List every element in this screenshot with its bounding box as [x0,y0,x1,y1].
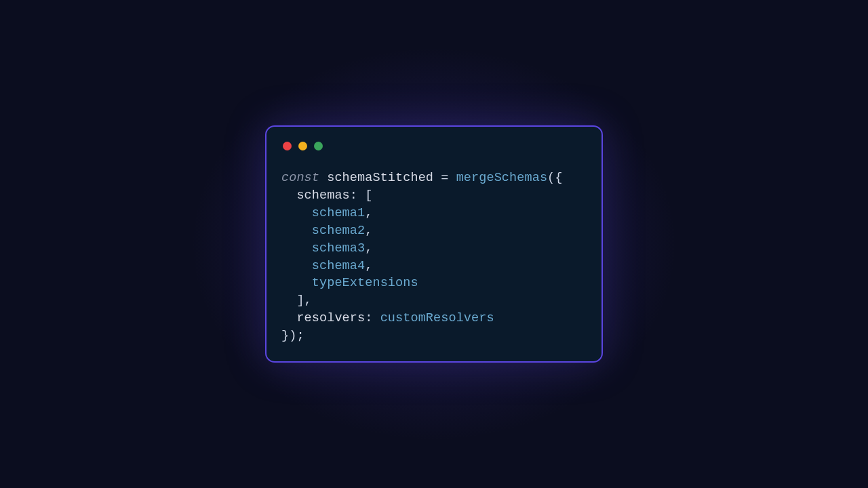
punct-comma-1: , [365,206,372,220]
maximize-icon[interactable] [314,142,323,150]
prop-schemas: schemas [296,188,349,203]
punct-close-call: }); [281,329,304,343]
punct-open-call: ({ [547,171,562,185]
array-item-typeExtensions: typeExtensions [312,276,418,290]
punct-close-array: ] [296,293,304,308]
operator-equals: = [441,171,448,185]
punct-open-array: [ [365,188,372,203]
value-customResolvers: customResolvers [380,311,494,325]
code-block: const schemaStitched = mergeSchemas({ sc… [281,169,587,345]
punct-comma-4: , [365,259,372,273]
punct-colon-2: : [365,311,372,325]
keyword-const: const [281,171,319,185]
window-traffic-lights [281,142,587,150]
minimize-icon[interactable] [298,142,307,150]
punct-comma-3: , [365,241,372,256]
array-item-schema4: schema4 [312,259,365,273]
array-item-schema2: schema2 [312,224,365,238]
punct-comma-2: , [365,224,372,238]
prop-resolvers: resolvers [296,311,365,325]
code-window: const schemaStitched = mergeSchemas({ sc… [265,125,603,363]
punct-colon-1: : [350,188,357,203]
punct-comma-5: , [304,293,312,308]
identifier-schemaStitched: schemaStitched [327,171,433,185]
glow-wrapper: const schemaStitched = mergeSchemas({ sc… [265,125,603,363]
close-icon[interactable] [283,142,292,150]
array-item-schema3: schema3 [312,241,365,256]
array-item-schema1: schema1 [312,206,365,220]
call-mergeSchemas: mergeSchemas [456,171,547,185]
